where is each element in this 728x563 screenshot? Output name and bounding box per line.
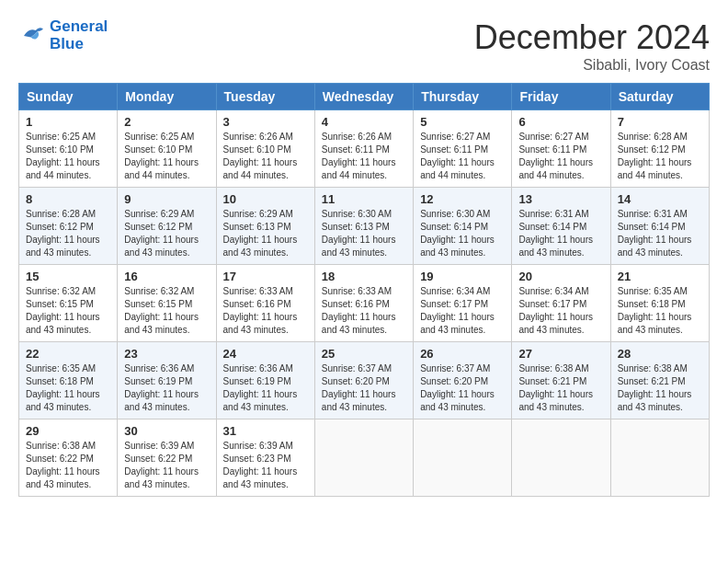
daylight-label: Daylight: 11 hours and 43 minutes. [223, 235, 298, 258]
calendar-day-cell: 30 Sunrise: 6:39 AM Sunset: 6:22 PM Dayl… [118, 419, 216, 497]
daylight-label: Daylight: 11 hours and 43 minutes. [322, 389, 396, 412]
calendar-day-cell [314, 419, 413, 497]
calendar-week-row: 8 Sunrise: 6:28 AM Sunset: 6:12 PM Dayli… [19, 188, 710, 265]
day-info: Sunrise: 6:27 AM Sunset: 6:11 PM Dayligh… [420, 131, 505, 182]
day-info: Sunrise: 6:34 AM Sunset: 6:17 PM Dayligh… [420, 285, 505, 337]
day-info: Sunrise: 6:31 AM Sunset: 6:14 PM Dayligh… [618, 208, 702, 259]
day-number: 10 [223, 192, 308, 206]
day-info: Sunrise: 6:32 AM Sunset: 6:15 PM Dayligh… [26, 285, 110, 337]
calendar-day-cell: 4 Sunrise: 6:26 AM Sunset: 6:11 PM Dayli… [314, 110, 413, 188]
calendar-day-cell: 26 Sunrise: 6:37 AM Sunset: 6:20 PM Dayl… [414, 342, 512, 419]
day-info: Sunrise: 6:38 AM Sunset: 6:22 PM Dayligh… [26, 440, 110, 491]
day-info: Sunrise: 6:30 AM Sunset: 6:13 PM Dayligh… [322, 208, 406, 259]
calendar-week-row: 22 Sunrise: 6:35 AM Sunset: 6:18 PM Dayl… [19, 342, 710, 419]
sunset-label: Sunset: 6:21 PM [518, 376, 586, 386]
daylight-label: Daylight: 11 hours and 43 minutes. [26, 235, 100, 258]
sunrise-label: Sunrise: 6:30 AM [420, 209, 490, 219]
day-info: Sunrise: 6:29 AM Sunset: 6:12 PM Dayligh… [124, 208, 209, 259]
sunrise-label: Sunrise: 6:31 AM [518, 209, 588, 219]
sunset-label: Sunset: 6:20 PM [322, 376, 390, 386]
daylight-label: Daylight: 11 hours and 43 minutes. [124, 466, 199, 489]
daylight-label: Daylight: 11 hours and 43 minutes. [618, 312, 692, 335]
calendar-day-cell: 11 Sunrise: 6:30 AM Sunset: 6:13 PM Dayl… [314, 188, 413, 265]
day-info: Sunrise: 6:28 AM Sunset: 6:12 PM Dayligh… [26, 208, 110, 259]
sunset-label: Sunset: 6:12 PM [26, 222, 94, 232]
day-number: 11 [322, 192, 406, 206]
calendar-week-row: 15 Sunrise: 6:32 AM Sunset: 6:15 PM Dayl… [19, 265, 710, 342]
day-number: 2 [124, 115, 209, 129]
day-info: Sunrise: 6:34 AM Sunset: 6:17 PM Dayligh… [518, 285, 603, 337]
sunrise-label: Sunrise: 6:35 AM [26, 363, 96, 373]
calendar-week-row: 1 Sunrise: 6:25 AM Sunset: 6:10 PM Dayli… [19, 110, 710, 188]
day-of-week-header: Monday [118, 84, 216, 110]
calendar-day-cell: 12 Sunrise: 6:30 AM Sunset: 6:14 PM Dayl… [414, 188, 512, 265]
daylight-label: Daylight: 11 hours and 44 minutes. [518, 157, 593, 180]
day-number: 31 [223, 424, 308, 438]
sunrise-label: Sunrise: 6:31 AM [618, 209, 688, 219]
sunrise-label: Sunrise: 6:39 AM [223, 441, 293, 451]
sunrise-label: Sunrise: 6:32 AM [26, 286, 96, 296]
sunrise-label: Sunrise: 6:38 AM [518, 363, 588, 373]
sunrise-label: Sunrise: 6:32 AM [124, 286, 194, 296]
sunrise-label: Sunrise: 6:26 AM [223, 132, 293, 142]
daylight-label: Daylight: 11 hours and 43 minutes. [322, 312, 396, 335]
sunrise-label: Sunrise: 6:28 AM [26, 209, 96, 219]
calendar-day-cell: 10 Sunrise: 6:29 AM Sunset: 6:13 PM Dayl… [216, 188, 314, 265]
calendar-day-cell: 20 Sunrise: 6:34 AM Sunset: 6:17 PM Dayl… [512, 265, 610, 342]
day-number: 7 [618, 115, 702, 129]
day-info: Sunrise: 6:27 AM Sunset: 6:11 PM Dayligh… [518, 131, 603, 182]
daylight-label: Daylight: 11 hours and 43 minutes. [26, 312, 100, 335]
day-of-week-header: Thursday [414, 84, 512, 110]
sunrise-label: Sunrise: 6:36 AM [124, 363, 194, 373]
day-number: 29 [26, 424, 110, 438]
day-number: 21 [618, 270, 702, 283]
sunrise-label: Sunrise: 6:36 AM [223, 363, 293, 373]
sunset-label: Sunset: 6:10 PM [124, 144, 192, 155]
calendar-day-cell: 18 Sunrise: 6:33 AM Sunset: 6:16 PM Dayl… [314, 265, 413, 342]
sunset-label: Sunset: 6:17 PM [518, 299, 586, 309]
sunrise-label: Sunrise: 6:30 AM [322, 209, 392, 219]
calendar-day-cell: 27 Sunrise: 6:38 AM Sunset: 6:21 PM Dayl… [512, 342, 610, 419]
sunrise-label: Sunrise: 6:37 AM [322, 363, 392, 373]
calendar-day-cell: 28 Sunrise: 6:38 AM Sunset: 6:21 PM Dayl… [610, 342, 709, 419]
sunrise-label: Sunrise: 6:38 AM [26, 441, 96, 451]
day-info: Sunrise: 6:28 AM Sunset: 6:12 PM Dayligh… [618, 131, 702, 182]
sunset-label: Sunset: 6:22 PM [26, 454, 94, 464]
daylight-label: Daylight: 11 hours and 43 minutes. [124, 312, 199, 335]
sunrise-label: Sunrise: 6:33 AM [322, 286, 392, 296]
calendar-day-cell: 6 Sunrise: 6:27 AM Sunset: 6:11 PM Dayli… [512, 110, 610, 188]
day-number: 12 [420, 192, 505, 206]
day-info: Sunrise: 6:38 AM Sunset: 6:21 PM Dayligh… [618, 362, 702, 414]
sunrise-label: Sunrise: 6:27 AM [518, 132, 588, 142]
daylight-label: Daylight: 11 hours and 44 minutes. [26, 157, 100, 180]
day-info: Sunrise: 6:33 AM Sunset: 6:16 PM Dayligh… [223, 285, 308, 337]
calendar-day-cell: 17 Sunrise: 6:33 AM Sunset: 6:16 PM Dayl… [216, 265, 314, 342]
day-info: Sunrise: 6:31 AM Sunset: 6:14 PM Dayligh… [518, 208, 603, 259]
day-info: Sunrise: 6:39 AM Sunset: 6:22 PM Dayligh… [124, 440, 209, 491]
day-info: Sunrise: 6:39 AM Sunset: 6:23 PM Dayligh… [223, 440, 308, 491]
calendar-day-cell: 23 Sunrise: 6:36 AM Sunset: 6:19 PM Dayl… [118, 342, 216, 419]
sunset-label: Sunset: 6:23 PM [223, 454, 291, 464]
sunset-label: Sunset: 6:11 PM [322, 144, 390, 155]
sunset-label: Sunset: 6:13 PM [223, 222, 291, 232]
sunset-label: Sunset: 6:10 PM [223, 144, 291, 155]
calendar-day-cell: 16 Sunrise: 6:32 AM Sunset: 6:15 PM Dayl… [118, 265, 216, 342]
day-number: 14 [618, 192, 702, 206]
daylight-label: Daylight: 11 hours and 43 minutes. [26, 389, 100, 412]
title-area: December 2024 Sibabli, Ivory Coast [474, 18, 710, 74]
daylight-label: Daylight: 11 hours and 43 minutes. [26, 466, 100, 489]
day-of-week-header: Friday [512, 84, 610, 110]
day-number: 28 [618, 347, 702, 361]
day-number: 17 [223, 270, 308, 283]
calendar-day-cell: 3 Sunrise: 6:26 AM Sunset: 6:10 PM Dayli… [216, 110, 314, 188]
location-subtitle: Sibabli, Ivory Coast [474, 57, 710, 74]
daylight-label: Daylight: 11 hours and 44 minutes. [618, 157, 692, 180]
page-header: General Blue December 2024 Sibabli, Ivor… [18, 18, 710, 74]
day-of-week-header: Sunday [19, 84, 118, 110]
day-info: Sunrise: 6:25 AM Sunset: 6:10 PM Dayligh… [26, 131, 110, 182]
sunrise-label: Sunrise: 6:35 AM [618, 286, 688, 296]
day-of-week-header: Wednesday [314, 84, 413, 110]
sunrise-label: Sunrise: 6:39 AM [124, 441, 194, 451]
day-number: 30 [124, 424, 209, 438]
day-info: Sunrise: 6:37 AM Sunset: 6:20 PM Dayligh… [322, 362, 406, 414]
